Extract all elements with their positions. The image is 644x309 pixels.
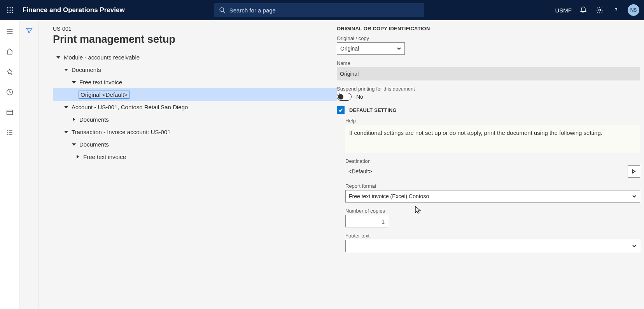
svg-point-5 (12, 10, 13, 11)
company-code[interactable]: USMF (555, 7, 572, 14)
left-nav-rail (0, 20, 19, 309)
svg-marker-31 (72, 143, 76, 146)
nav-expand-button[interactable] (4, 26, 16, 37)
label-destination: Destination (345, 158, 640, 164)
svg-marker-33 (633, 170, 635, 173)
destination-value: <Default> (345, 165, 625, 178)
search-icon (219, 7, 226, 14)
filter-rail (19, 20, 39, 309)
caret-down-icon (63, 104, 69, 110)
svg-rect-17 (7, 110, 12, 115)
tree-node-account-documents[interactable]: Documents (53, 113, 337, 126)
tree-node-transaction-documents[interactable]: Documents (53, 138, 337, 150)
app-title: Finance and Operations Preview (23, 6, 125, 14)
caret-down-icon (63, 66, 69, 73)
caret-right-icon (75, 154, 81, 160)
chevron-down-icon (397, 46, 401, 51)
nav-home-button[interactable] (4, 47, 16, 57)
svg-point-2 (12, 7, 13, 9)
label-original-copy: Original / copy (337, 35, 640, 41)
tree-node-free-text-invoice[interactable]: Free text invoice (53, 76, 337, 88)
top-bar: Finance and Operations Preview USMF NS (0, 0, 644, 20)
nav-recent-button[interactable] (4, 87, 16, 97)
search-input[interactable] (229, 7, 420, 14)
notifications-button[interactable] (579, 5, 588, 15)
svg-point-4 (10, 10, 11, 11)
svg-point-6 (7, 12, 9, 13)
caret-down-icon (55, 54, 61, 60)
svg-point-0 (7, 7, 9, 9)
tree-node-transaction-freetext[interactable]: Free text invoice (53, 150, 337, 163)
app-launcher-button[interactable] (5, 5, 16, 16)
help-button[interactable] (611, 5, 621, 15)
destination-lookup-button[interactable] (628, 165, 640, 178)
footer-text-select[interactable] (345, 240, 640, 252)
tree-node-original-default[interactable]: Original <Default> (53, 88, 337, 101)
chevron-down-icon (632, 194, 637, 199)
svg-marker-27 (72, 81, 76, 84)
svg-point-11 (599, 9, 601, 11)
label-name: Name (337, 60, 640, 66)
settings-button[interactable] (595, 5, 604, 15)
help-text: If conditional settings are not set up o… (345, 125, 640, 153)
user-avatar[interactable]: NS (628, 4, 639, 16)
report-format-select[interactable]: Free text invoice (Excel) Contoso (345, 190, 640, 203)
name-value: Original (337, 67, 640, 80)
label-footer: Footer text (345, 233, 640, 239)
nav-modules-button[interactable] (4, 127, 16, 138)
svg-point-3 (7, 10, 9, 11)
page-title: Print management setup (53, 33, 337, 45)
svg-point-9 (220, 8, 224, 12)
label-default-setting: DEFAULT SETTING (349, 107, 397, 113)
label-suspend: Suspend printing for this document (337, 86, 640, 92)
caret-down-icon (71, 79, 77, 85)
tree-node-account[interactable]: Account - US-001, Contoso Retail San Die… (53, 101, 337, 113)
svg-line-10 (223, 11, 224, 12)
label-help: Help (345, 118, 640, 124)
tree-node-documents[interactable]: Documents (53, 63, 337, 76)
copies-input[interactable] (345, 215, 388, 227)
suspend-toggle[interactable] (337, 93, 352, 101)
global-search[interactable] (214, 3, 424, 17)
breadcrumb: US-001 (53, 26, 337, 32)
caret-down-icon (63, 129, 69, 135)
caret-right-icon (71, 116, 77, 122)
svg-marker-28 (64, 106, 68, 108)
original-copy-select[interactable]: Original (337, 42, 405, 55)
svg-marker-29 (73, 117, 75, 121)
tree-node-transaction[interactable]: Transaction - Invoice account: US-001 (53, 126, 337, 138)
default-setting-checkbox[interactable] (337, 106, 345, 114)
label-report-format: Report format (345, 183, 640, 189)
svg-marker-30 (64, 131, 68, 133)
caret-down-icon (71, 141, 77, 147)
svg-marker-25 (56, 56, 60, 59)
nav-workspaces-button[interactable] (4, 107, 16, 117)
label-copies: Number of copies (345, 208, 640, 214)
svg-marker-26 (64, 69, 68, 71)
svg-point-8 (12, 12, 13, 13)
suspend-value: No (356, 94, 363, 100)
svg-point-7 (10, 12, 11, 13)
svg-marker-32 (77, 155, 79, 159)
chevron-down-icon (632, 244, 637, 248)
section-original-copy-id: ORIGINAL OR COPY IDENTIFICATION (337, 26, 640, 31)
tree: Module - accounts receivable Documents F… (53, 51, 337, 163)
svg-point-1 (10, 7, 11, 9)
svg-point-12 (616, 12, 616, 12)
filter-button[interactable] (23, 26, 35, 36)
tree-node-module[interactable]: Module - accounts receivable (53, 51, 337, 63)
nav-favorites-button[interactable] (4, 67, 16, 77)
